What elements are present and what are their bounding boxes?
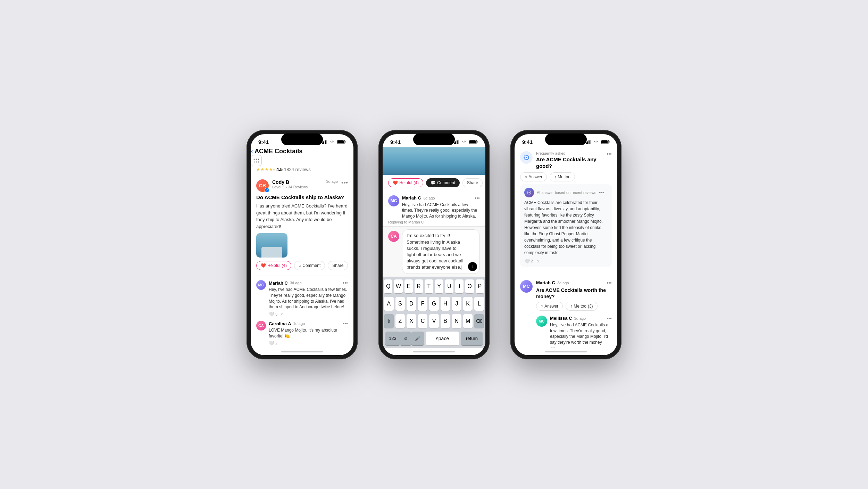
wifi-icon-3 [593, 140, 599, 144]
svg-rect-26 [601, 140, 608, 143]
key-s[interactable]: S [395, 297, 405, 311]
share-button-1[interactable]: Share [328, 261, 348, 270]
avatar-mariah-2: MC [388, 195, 399, 206]
comment-more-2[interactable]: ••• [343, 321, 348, 326]
comment-time-2: 1d ago [293, 321, 305, 326]
more-button-1[interactable]: ••• [341, 179, 348, 187]
ai-more-1[interactable]: ••• [599, 190, 604, 195]
qa-user-content-2: Mariah C 3d ago ••• Are ACME Cocktails w… [536, 280, 612, 311]
key-e[interactable]: E [404, 279, 413, 293]
divider-1 [256, 276, 348, 276]
key-mic[interactable]: 🎤 [411, 332, 424, 345]
key-r[interactable]: R [415, 279, 423, 293]
key-g[interactable]: G [429, 297, 439, 311]
metoo-button-2[interactable]: ↑ Me too (3) [566, 302, 597, 311]
key-shift[interactable]: ⇧ [384, 314, 394, 328]
post-author-1: Cody B [272, 179, 323, 185]
comments-list-2: MC Mariah C 3d ago ••• Hey, I've had ACM… [383, 191, 485, 220]
back-button-1[interactable]: ‹ [251, 147, 253, 155]
key-y[interactable]: Y [435, 279, 443, 293]
post-card-1: CB ✓ Cody B Level 5 • 34 Reviews 3d ago … [256, 179, 348, 270]
reply-indicator-2: Replying to Mariah C [383, 220, 485, 226]
rating-value-1: 4.5 [276, 167, 283, 172]
send-button-2[interactable]: ↑ [468, 262, 477, 271]
phone-1: 9:41 [247, 130, 358, 359]
ai-text-1: ACME Cocktails are celebrated for their … [524, 199, 608, 256]
key-n[interactable]: N [452, 314, 461, 328]
key-b[interactable]: B [441, 314, 450, 328]
avatar-carolina-1: CA [256, 321, 266, 331]
comment-more-1[interactable]: ••• [343, 280, 348, 286]
svg-point-9 [258, 158, 259, 160]
ai-comment-icon-1[interactable]: ○ [536, 259, 539, 264]
comment-body-2: Carolina A 1d ago ••• LOVE Mango Mojito.… [269, 321, 348, 346]
key-c[interactable]: C [418, 314, 428, 328]
svg-rect-13 [454, 142, 455, 144]
comment-body-1: Mariah C 3d ago ••• Hey, I've had ACME C… [269, 280, 348, 317]
phone-3: 9:41 [510, 130, 621, 359]
metoo-button-1[interactable]: ↑ Me too [550, 172, 575, 181]
svg-point-8 [256, 158, 257, 160]
key-i[interactable]: I [455, 279, 464, 293]
key-u[interactable]: U [445, 279, 453, 293]
key-m[interactable]: M [463, 314, 473, 328]
svg-rect-2 [325, 140, 326, 144]
key-a[interactable]: A [384, 297, 394, 311]
key-h[interactable]: H [441, 297, 450, 311]
comment-button-2[interactable]: 💬 Comment [426, 178, 460, 187]
svg-rect-19 [469, 140, 476, 143]
like-heart-1: 🤍 [269, 311, 274, 317]
dynamic-island-1 [281, 133, 323, 145]
comment-more-2a[interactable]: ••• [475, 195, 480, 201]
answer-button-2[interactable]: ○ Answer [536, 302, 563, 311]
key-o[interactable]: O [465, 279, 474, 293]
key-return[interactable]: return [461, 332, 483, 345]
time-2: 9:41 [390, 139, 401, 145]
key-q[interactable]: Q [384, 279, 392, 293]
key-x[interactable]: X [407, 314, 416, 328]
phone-2: 9:41 [378, 130, 490, 359]
key-f[interactable]: F [418, 297, 428, 311]
svg-rect-14 [455, 141, 456, 144]
key-k[interactable]: K [463, 297, 473, 311]
key-v[interactable]: V [429, 314, 439, 328]
key-num[interactable]: 123 [385, 332, 400, 345]
key-w[interactable]: W [394, 279, 402, 293]
like-count-1[interactable]: 🤍 3 [269, 311, 277, 317]
qa-more-2[interactable]: ••• [607, 280, 612, 286]
key-delete[interactable]: ⌫ [474, 314, 484, 328]
comment-item-3: MC Mellissa C 3d ago ••• Hey, I've had A… [536, 316, 612, 348]
key-p[interactable]: P [476, 279, 484, 293]
like-count-2[interactable]: 🤍 2 [269, 341, 277, 346]
key-z[interactable]: Z [395, 314, 405, 328]
comment-more-3[interactable]: ••• [607, 316, 612, 321]
metoo-icon-2: ↑ [570, 304, 572, 309]
comment-actions-2: 🤍 2 [269, 341, 348, 346]
action-row-1: ❤️ Helpful (4) ○ Comment Share [256, 261, 348, 270]
share-button-2[interactable]: Share [462, 178, 483, 187]
top-image-strip [383, 147, 485, 175]
answer-button-1[interactable]: ○ Answer [520, 172, 547, 181]
kb-row-1: Q W E R T Y U I O P [384, 279, 484, 293]
comment-reply-1[interactable]: ○ [281, 311, 284, 317]
helpful-button-2[interactable]: ❤️ Helpful (4) [388, 178, 423, 187]
key-d[interactable]: D [407, 297, 416, 311]
status-icons-1 [322, 140, 346, 144]
key-t[interactable]: T [425, 279, 433, 293]
key-j[interactable]: J [452, 297, 461, 311]
qa-header-1: Frequently asked Are ACME Cocktails any … [520, 151, 612, 170]
comment-text-1: Hey, I've had ACME Cocktails a few times… [269, 287, 348, 310]
qa-item-2: MC Mariah C 3d ago ••• Are ACME Cocktail… [520, 280, 612, 348]
helpful-button-1[interactable]: ❤️ Helpful (4) [256, 261, 291, 270]
comment-button-1[interactable]: ○ Comment [294, 261, 325, 270]
key-emoji[interactable]: ☺ [400, 332, 411, 345]
key-l[interactable]: L [474, 297, 484, 311]
ai-avatar-1 [524, 188, 534, 197]
comment-time-3: 3d ago [574, 316, 586, 320]
key-space[interactable]: space [426, 332, 459, 345]
qa-more-1[interactable]: ••• [607, 151, 612, 157]
comment-author-2: Carolina A [269, 321, 291, 326]
menu-button-1[interactable] [251, 155, 262, 166]
comment-actions-1: 🤍 3 ○ [269, 311, 348, 317]
comment-text-2: LOVE Mango Mojito. It's my absolute favo… [269, 327, 348, 339]
